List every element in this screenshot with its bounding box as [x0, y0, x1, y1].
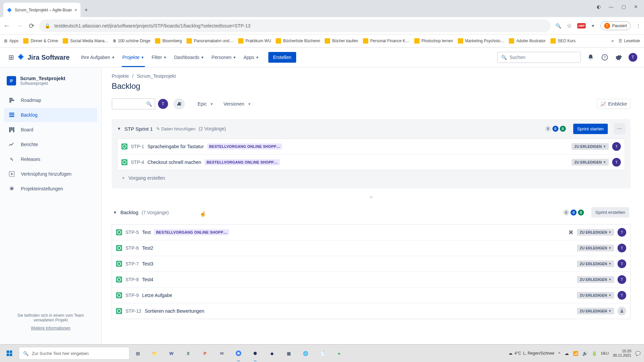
issue-summary[interactable]: Spracheingabe für Tastatur: [148, 144, 204, 149]
sidebar-item-reports[interactable]: Berichte: [4, 137, 97, 152]
pill-todo[interactable]: 0: [563, 209, 569, 216]
close-window-icon[interactable]: ✕: [634, 4, 638, 9]
obs-icon[interactable]: ⚈: [247, 345, 264, 362]
sprint-name[interactable]: STP Sprint 1: [124, 126, 153, 132]
issue-row[interactable]: STP-5 TestBESTELLVORGANG ONLINE SHOPP…ZU…: [112, 225, 630, 240]
excel-icon[interactable]: X: [180, 345, 197, 362]
issue-row[interactable]: STP-4 Checkout schnell machenBESTELLVORG…: [117, 155, 625, 170]
issue-key[interactable]: STP-1: [131, 144, 144, 149]
nav-projekte[interactable]: Projekte▼: [119, 48, 148, 67]
app-icon[interactable]: ◆: [264, 345, 280, 362]
resize-handle[interactable]: ≡: [112, 194, 631, 200]
abp-icon[interactable]: ABP: [577, 23, 586, 28]
sidebar-item-settings[interactable]: Projekteinstellungen: [4, 182, 97, 196]
pill-done[interactable]: 0: [560, 126, 566, 132]
add-people-button[interactable]: [173, 98, 185, 110]
mail-icon[interactable]: ✉: [213, 345, 230, 362]
bookmark-item[interactable]: Praktikum WU: [238, 38, 271, 44]
assignee-avatar[interactable]: T: [612, 142, 621, 151]
language-indicator[interactable]: DEU: [601, 351, 609, 355]
weather-widget[interactable]: ☁ 4°C L. Regen/Schnee: [508, 351, 554, 356]
nav-dashboards[interactable]: Dashboards▼: [171, 48, 207, 67]
edge-icon[interactable]: 🌐: [297, 345, 314, 362]
epic-tag[interactable]: BESTELLVORGANG ONLINE SHOPP…: [207, 143, 282, 149]
pill-todo[interactable]: 0: [545, 126, 551, 132]
status-dropdown[interactable]: ZU ERLEDIGEN▼: [577, 229, 614, 236]
create-sprint-button[interactable]: Sprint erstellen: [591, 207, 629, 218]
help-icon[interactable]: ?: [600, 53, 609, 62]
tray-chevron-icon[interactable]: ^: [558, 351, 560, 356]
star-icon[interactable]: ☆: [567, 22, 572, 29]
status-dropdown[interactable]: ZU ERLEDIGEN▼: [577, 245, 614, 251]
volume-icon[interactable]: 🔊: [582, 351, 588, 356]
filter-avatar[interactable]: T: [157, 98, 169, 110]
nav-ihre-aufgaben[interactable]: Ihre Aufgaben▼: [78, 48, 118, 67]
bookmark-overflow-icon[interactable]: »: [611, 39, 614, 43]
bookmark-item[interactable]: Social Media Mana…: [63, 38, 108, 44]
issue-row[interactable]: STP-9 Letze AufgabeZU ERLEDIGEN▼T: [112, 288, 630, 303]
nav-apps[interactable]: Apps▼: [240, 48, 262, 67]
issue-summary[interactable]: Letze Aufgabe: [142, 293, 172, 298]
bookmark-item[interactable]: Photoshop lernen: [414, 38, 453, 44]
battery-icon[interactable]: 🔋: [592, 351, 597, 356]
issue-key[interactable]: STP-4: [131, 160, 144, 165]
extensions-icon[interactable]: ✦: [591, 23, 595, 28]
sprint-more-button[interactable]: ⋯: [614, 123, 625, 134]
pill-inprogress[interactable]: 0: [552, 126, 558, 132]
assignee-avatar[interactable]: T: [618, 228, 626, 237]
word-icon[interactable]: W: [163, 345, 180, 362]
bookmark-item[interactable]: Bücherliste Bücherei: [276, 38, 320, 44]
child-issues-icon[interactable]: [568, 230, 574, 235]
menu-icon[interactable]: ⋮: [636, 23, 641, 28]
nav-filter[interactable]: Filter▼: [148, 48, 170, 67]
epic-tag[interactable]: BESTELLVORGANG ONLINE SHOPP…: [205, 159, 280, 165]
wifi-icon[interactable]: 📶: [573, 351, 578, 356]
chrome-icon[interactable]: [230, 345, 247, 362]
bookmark-item[interactable]: Adobe Illustrator: [509, 38, 545, 44]
apps-shortcut[interactable]: ⊞Apps: [4, 39, 18, 43]
issue-row[interactable]: STP-8 Test4ZU ERLEDIGEN▼T: [112, 272, 630, 288]
issue-summary[interactable]: Test2: [142, 245, 153, 251]
breadcrumb-root[interactable]: Projekte: [112, 73, 129, 79]
sidebar-item-link[interactable]: Verknüpfung hinzufügen: [4, 167, 97, 181]
jira-logo[interactable]: Jira Software: [17, 53, 70, 61]
pill-done[interactable]: 0: [578, 209, 584, 216]
assignee-avatar[interactable]: T: [618, 244, 626, 252]
issue-summary[interactable]: Test4: [142, 277, 153, 282]
bookmark-item[interactable]: Panoramabahn und…: [186, 38, 233, 44]
status-dropdown[interactable]: ZU ERLEDIGEN▼: [577, 276, 614, 283]
collapse-icon[interactable]: ▼: [113, 210, 117, 215]
bookmark-item[interactable]: Bloomberg: [155, 38, 182, 44]
address-bar[interactable]: 🔒 testdeutsch1.atlassian.net/jira/softwa…: [39, 19, 551, 32]
issue-key[interactable]: STP-8: [125, 277, 139, 282]
sidebar-footer-link[interactable]: Weitere Informationen: [9, 326, 92, 330]
create-issue-button[interactable]: ＋ Vorgang erstellen: [117, 172, 625, 184]
status-dropdown[interactable]: ZU ERLEDIGEN▼: [577, 260, 614, 267]
new-tab-button[interactable]: +: [80, 4, 92, 16]
settings-icon[interactable]: [614, 53, 623, 62]
pill-inprogress[interactable]: 0: [571, 209, 577, 216]
notepad-icon[interactable]: 📄: [314, 345, 331, 362]
create-button[interactable]: Erstellen: [268, 52, 296, 63]
powerpoint-icon[interactable]: P: [197, 345, 213, 362]
start-sprint-button[interactable]: Sprint starten: [573, 124, 608, 134]
bookmark-item[interactable]: Personal Finance K…: [363, 38, 410, 44]
incognito-icon[interactable]: ◐: [597, 4, 601, 9]
board-search[interactable]: 🔍: [112, 98, 155, 110]
explorer-icon[interactable]: 📁: [146, 345, 163, 362]
reading-list[interactable]: ☰Leseliste: [619, 39, 640, 43]
issue-row[interactable]: STP-12 Sortieren nach BewertungenZU ERLE…: [112, 303, 630, 319]
issue-key[interactable]: STP-5: [125, 230, 139, 235]
notifications-icon[interactable]: [586, 53, 595, 62]
epic-tag[interactable]: BESTELLVORGANG ONLINE SHOPP…: [154, 229, 229, 235]
start-button[interactable]: [0, 345, 19, 362]
sidebar-item-board[interactable]: Board: [4, 123, 97, 137]
issue-row[interactable]: STP-1 Spracheingabe für TastaturBESTELLV…: [117, 139, 625, 155]
bookmark-item[interactable]: Bücher kaufen: [325, 38, 358, 44]
assignee-avatar[interactable]: T: [612, 158, 621, 167]
minimize-icon[interactable]: —: [609, 4, 613, 9]
global-search[interactable]: 🔍 Suchen: [497, 52, 581, 63]
notifications-tray-icon[interactable]: 💬: [635, 351, 641, 356]
issue-row[interactable]: STP-6 Test2ZU ERLEDIGEN▼T: [112, 240, 630, 256]
assignee-avatar[interactable]: T: [618, 275, 626, 284]
